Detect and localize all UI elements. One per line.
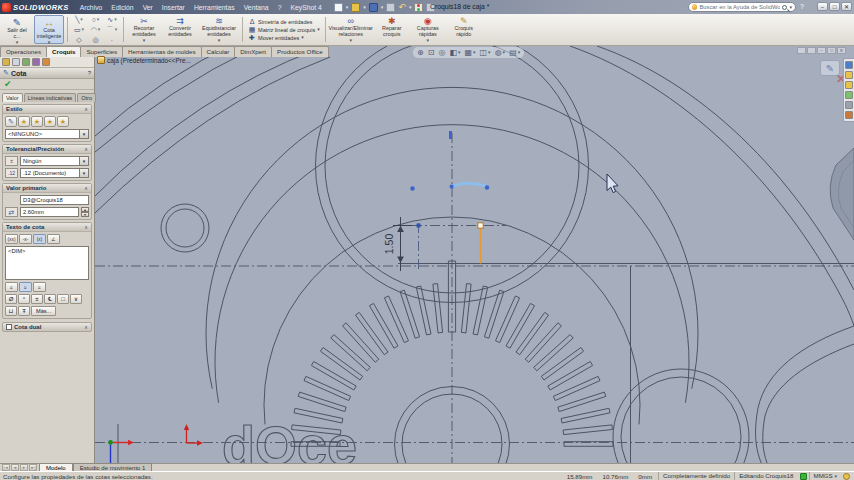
repair-sketch-button[interactable]: ✱ Reparar croquis	[375, 15, 409, 44]
quick-sketch-button[interactable]: ✎ Croquis rápido	[447, 15, 481, 44]
hide-show-items-icon[interactable]: ◍▾	[495, 48, 506, 58]
doc-prev-icon[interactable]	[797, 47, 806, 54]
save-icon[interactable]	[369, 3, 378, 12]
menu-keyshot[interactable]: KeyShot 4	[290, 4, 321, 11]
ellipse-tool[interactable]: ⌒▾	[104, 25, 120, 35]
convert-entities-button[interactable]: ⇉ Convertir entidades	[163, 15, 197, 44]
next-tab-icon[interactable]: ►	[20, 464, 28, 471]
tab-calcular[interactable]: Calcular	[201, 46, 236, 57]
panel-help-icon[interactable]: ?	[88, 70, 91, 76]
plusminus-symbol-button[interactable]: ±	[31, 294, 43, 304]
menu-ayuda[interactable]: ?	[278, 4, 282, 11]
tab-valor[interactable]: Valor	[2, 93, 23, 102]
restore-button[interactable]: □	[829, 2, 840, 11]
sketch-point[interactable]	[449, 131, 452, 139]
dimension-name-field[interactable]: D3@Croquis18	[20, 195, 89, 205]
sync-value-icon[interactable]: ⇄	[5, 207, 18, 217]
display-style-icon[interactable]: ◫▾	[480, 48, 491, 58]
point-tool[interactable]: ∙	[104, 35, 120, 45]
section-view-icon[interactable]: ◧▾	[449, 48, 460, 58]
square-symbol-button[interactable]: □	[57, 294, 69, 304]
move-entities-button[interactable]: ✚ Mover entidades ▾	[248, 34, 320, 41]
sketch-endpoint-handle[interactable]	[417, 224, 421, 228]
display-manager-icon[interactable]	[42, 58, 50, 66]
search-icon[interactable]	[782, 5, 787, 10]
polygon-tool[interactable]: ◇	[71, 35, 87, 45]
display-relations-button[interactable]: ∞ Visualizar/Eliminar relaciones ▾	[329, 15, 373, 44]
centerline-symbol-button[interactable]: ℄	[44, 294, 56, 304]
collapse-icon[interactable]: ∧	[84, 106, 88, 112]
graphics-area[interactable]: 1.50	[95, 46, 854, 463]
exit-sketch-button[interactable]: ✎ Salir del c... ▾	[2, 15, 32, 44]
sketch-point[interactable]	[410, 186, 414, 190]
menu-herramientas[interactable]: Herramientas	[194, 4, 235, 11]
dual-dimension-checkbox[interactable]	[6, 324, 12, 330]
doc-restore-icon[interactable]: □	[827, 47, 836, 54]
more-symbols-button[interactable]: Más...	[31, 306, 56, 316]
minimize-button[interactable]: −	[817, 2, 828, 11]
tolerance-dropdown[interactable]: Ningún ▾	[20, 156, 89, 166]
style-add-button[interactable]: ★	[18, 116, 30, 127]
dimension-text-area[interactable]: <DIM>	[5, 246, 89, 280]
ok-check-icon[interactable]: ✔	[4, 79, 12, 89]
circle-tool[interactable]: ○▾	[88, 15, 104, 25]
sketch-point[interactable]	[450, 185, 454, 189]
zoom-fit-icon[interactable]: ⊕	[417, 48, 424, 58]
doc-close-icon[interactable]: ✕	[837, 47, 846, 54]
help-menu-icon[interactable]: ?	[800, 3, 804, 10]
last-tab-icon[interactable]: ►|	[29, 464, 37, 471]
collapse-icon[interactable]: ∧	[84, 185, 88, 191]
file-explorer-tab-icon[interactable]	[845, 81, 853, 89]
view-orientation-icon[interactable]: ▦▾	[464, 48, 475, 58]
offset-entities-button[interactable]: ≋ Equidistanciar entidades ▾	[199, 15, 239, 44]
degree-symbol-button[interactable]: °	[18, 294, 30, 304]
tab-lineas-indicativas[interactable]: Líneas indicativas	[24, 93, 76, 102]
menu-ventana[interactable]: Ventana	[244, 4, 269, 11]
inspection-toggle[interactable]: -x-	[19, 234, 32, 244]
dimension-value-field[interactable]: 2.60mm	[20, 207, 79, 217]
search-tab-icon[interactable]	[845, 91, 853, 99]
menu-archivo[interactable]: Archivo	[80, 4, 103, 11]
justify-center-button[interactable]: ≡	[19, 282, 32, 292]
linear-pattern-button[interactable]: ▦ Matriz lineal de croquis ▾	[248, 26, 320, 33]
style-apply-default-button[interactable]: ✎	[5, 116, 17, 127]
style-save-button[interactable]: ★	[44, 116, 56, 127]
dimension-text[interactable]: 1.50	[383, 234, 395, 255]
paren-both-toggle[interactable]: (xx)	[5, 234, 18, 244]
spline-tool[interactable]: ∿▾	[104, 15, 120, 25]
apply-scene-icon[interactable]: ▤▾	[509, 48, 520, 58]
collapse-icon[interactable]: ∧	[84, 224, 88, 230]
style-dropdown[interactable]: <NINGUNO> ▾	[5, 129, 89, 139]
dimxpert-manager-icon[interactable]	[32, 58, 40, 66]
sketch-text-logo[interactable]: dOce	[222, 415, 357, 463]
trim-entities-button[interactable]: ✂ Recortar entidades ▾	[127, 15, 161, 44]
tab-productos-office[interactable]: Productos Office	[271, 46, 329, 57]
diameter-symbol-button[interactable]: Ø	[5, 294, 17, 304]
dropdown-arrow-icon[interactable]: ▾	[79, 169, 88, 177]
help-search-box[interactable]: Buscar en la Ayuda de SolidWorks ▾	[688, 2, 796, 12]
justify-left-button[interactable]: ≡	[5, 282, 18, 292]
smart-dimension-button[interactable]: ↔ Cota inteligente ▾	[34, 15, 64, 44]
help-tip-icon[interactable]	[843, 473, 850, 480]
paren-toggle[interactable]: (x)	[33, 234, 46, 244]
slot-tool[interactable]: ◎	[88, 35, 104, 45]
resources-tab-icon[interactable]	[845, 61, 853, 69]
sketch-point[interactable]	[485, 185, 489, 189]
undo-icon[interactable]: ↶	[398, 3, 406, 12]
precision-dropdown[interactable]: .12 (Documento) ▾	[20, 168, 89, 178]
unit-system[interactable]: MMGS ▾	[809, 472, 842, 480]
tab-croquis[interactable]: Croquis	[46, 46, 81, 57]
dropdown-arrow-icon[interactable]: ▾	[79, 157, 88, 165]
close-button[interactable]: ✕	[841, 2, 852, 11]
tab-estudio-movimiento[interactable]: Estudio de movimiento 1	[73, 463, 153, 471]
style-delete-button[interactable]: ★	[31, 116, 43, 127]
menu-insertar[interactable]: Insertar	[162, 4, 185, 11]
dropdown-arrow-icon[interactable]: ▾	[79, 130, 88, 138]
custom-properties-tab-icon[interactable]	[845, 111, 853, 119]
open-icon[interactable]	[351, 3, 360, 12]
zoom-area-icon[interactable]: ⊡	[428, 48, 435, 58]
collapse-icon[interactable]: ∧	[84, 324, 88, 330]
property-manager-icon[interactable]	[12, 58, 20, 66]
countersink-symbol-button[interactable]: ∨	[70, 294, 82, 304]
mirror-entities-button[interactable]: Δ Simetría de entidades	[248, 18, 320, 25]
